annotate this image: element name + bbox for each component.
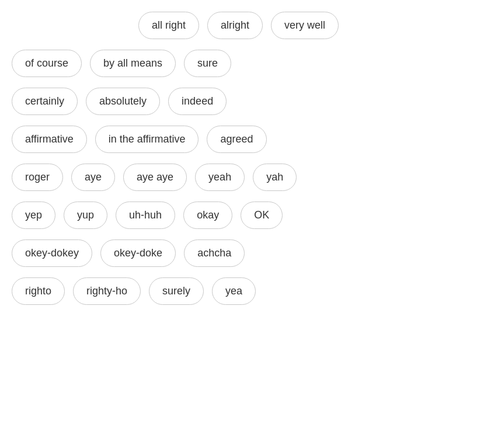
- tag-yup[interactable]: yup: [64, 202, 107, 229]
- tag-absolutely[interactable]: absolutely: [86, 88, 160, 115]
- tag-okey-doke[interactable]: okey-doke: [100, 239, 176, 267]
- tag-aye-aye[interactable]: aye aye: [123, 164, 187, 191]
- tag-certainly[interactable]: certainly: [12, 88, 78, 115]
- tag-aye[interactable]: aye: [71, 164, 115, 191]
- tag-sure[interactable]: sure: [184, 50, 231, 77]
- tag-surely[interactable]: surely: [149, 277, 204, 305]
- tag-yea[interactable]: yea: [212, 277, 256, 305]
- tags-row-2: of courseby all meanssure: [12, 50, 465, 77]
- tag-alright[interactable]: alright: [207, 12, 263, 39]
- tags-row-1: all rightalrightvery well: [12, 12, 465, 39]
- tag-in-the-affirmative[interactable]: in the affirmative: [95, 126, 199, 153]
- tags-row-4: affirmativein the affirmativeagreed: [12, 126, 465, 153]
- tag-yep[interactable]: yep: [12, 202, 55, 229]
- tag-uh-huh[interactable]: uh-huh: [116, 202, 175, 229]
- tag-of-course[interactable]: of course: [12, 50, 82, 77]
- tag-okay[interactable]: okay: [183, 202, 232, 229]
- tags-container: all rightalrightvery wellof courseby all…: [12, 12, 465, 305]
- tag-OK[interactable]: OK: [241, 202, 283, 229]
- tag-achcha[interactable]: achcha: [184, 239, 245, 267]
- tag-all-right[interactable]: all right: [138, 12, 199, 39]
- tag-okey-dokey[interactable]: okey-dokey: [12, 239, 92, 267]
- tag-by-all-means[interactable]: by all means: [90, 50, 176, 77]
- tag-roger[interactable]: roger: [12, 164, 63, 191]
- tag-yah[interactable]: yah: [253, 164, 297, 191]
- tags-row-7: okey-dokeyokey-dokeachcha: [12, 239, 465, 267]
- tags-row-6: yepyupuh-huhokayOK: [12, 202, 465, 229]
- tag-agreed[interactable]: agreed: [207, 126, 266, 153]
- tag-affirmative[interactable]: affirmative: [12, 126, 87, 153]
- tag-righto[interactable]: righto: [12, 277, 65, 305]
- tags-row-8: rightorighty-hosurelyyea: [12, 277, 465, 305]
- tag-yeah[interactable]: yeah: [195, 164, 245, 191]
- tag-indeed[interactable]: indeed: [168, 88, 227, 115]
- tags-row-5: rogerayeaye ayeyeahyah: [12, 164, 465, 191]
- tags-row-3: certainlyabsolutelyindeed: [12, 88, 465, 115]
- tag-righty-ho[interactable]: righty-ho: [73, 277, 141, 305]
- tag-very-well[interactable]: very well: [271, 12, 339, 39]
